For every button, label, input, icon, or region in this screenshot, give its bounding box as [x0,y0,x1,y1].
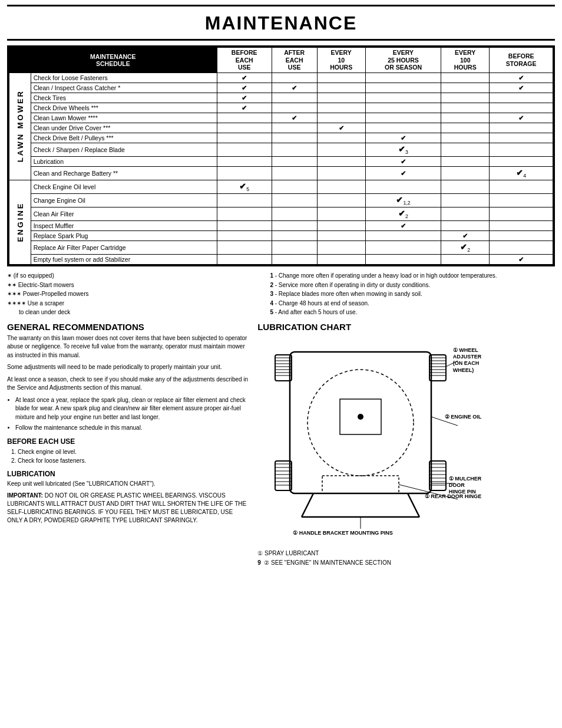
schedule-table: MAINTENANCE SCHEDULE BEFOREEACHUSE AFTER… [9,47,553,265]
label-handle-bracket: ① HANDLE BRACKET MOUNTING PINS [293,530,393,536]
svg-rect-0 [290,352,431,493]
section-label-lawnmower: LAWN MOWER [9,73,31,180]
important-text: IMPORTANT: DO NOT OIL OR GREASE PLASTIC … [7,492,248,525]
col-after-each: AFTEREACHUSE [272,48,317,73]
col-every10: EVERY10HOURS [317,48,365,73]
svg-point-39 [358,414,363,420]
label-rear-door: ① REAR DOOR HINGE [425,493,482,500]
col-before-storage: BEFORESTORAGE [490,48,553,73]
col-every25: EVERY25 HOURSOR SEASON [365,48,441,73]
lubrication-text: Keep unit well lubricated (See "LUBRICAT… [7,480,248,489]
table-row: Lubrication ✔ [9,156,553,166]
table-row: Check Drive Wheels *** ✔ [9,103,553,113]
col-before-each: BEFOREEACHUSE [217,48,272,73]
page-title: MAINTENANCE [7,5,555,41]
footnotes: ✶ (if so equipped) ✶✶ Electric-Start mow… [7,271,555,317]
svg-rect-37 [322,476,399,493]
table-row: Inspect Muffler ✔ [9,221,553,231]
before-each-use-heading: BEFORE EACH USE [7,437,248,446]
table-row: Clean / Inspect Grass Catcher * ✔ ✔ ✔ [9,83,553,93]
lub-chart-heading: LUBRICATION CHART [257,322,555,332]
table-row: Check / Sharpen / Replace Blade ✔3 [9,143,553,156]
label-engine-oil: ② ENGINE OIL [445,414,482,420]
col-every100: EVERY100HOURS [441,48,490,73]
section-label-engine: ENGINE [9,180,31,264]
footnotes-right: 1 - Change more often if operating under… [270,271,555,317]
schedule-heading: MAINTENANCE SCHEDULE [9,48,217,73]
lub-note-2: 9 ② SEE "ENGINE" IN MAINTENANCE SECTION [257,558,555,568]
lub-bottom-notes: ① SPRAY LUBRICANT 9 ② SEE "ENGINE" IN MA… [257,549,555,568]
main-content: MAINTENANCE SCHEDULE BEFOREEACHUSE AFTER… [0,45,562,568]
item-check-loose-fasteners: Check for Loose Fasteners [31,73,217,83]
table-row: Check Drive Belt / Pulleys *** ✔ [9,133,553,143]
table-row: ENGINE Check Engine Oil level ✔5 [9,180,553,193]
svg-point-1 [308,370,414,476]
svg-line-34 [302,493,313,517]
lub-diagram: ① WHEELADJUSTER(ON EACHWHEEL) ② ENGINE O… [257,334,481,546]
table-row: Change Engine Oil ✔1,2 [9,194,553,207]
left-column: GENERAL RECOMMENDATIONS The warranty on … [7,322,248,568]
label-wheel-adjuster: ① WHEELADJUSTER(ON EACHWHEEL) [453,347,482,374]
table-row: Empty fuel system or add Stabilizer ✔ [9,255,553,265]
table-row: Clean and Recharge Battery ** ✔ ✔4 [9,166,553,180]
svg-line-35 [408,493,419,517]
lub-note-1: ① SPRAY LUBRICANT [257,549,555,558]
two-col-section: GENERAL RECOMMENDATIONS The warranty on … [7,322,555,568]
general-rec-heading: GENERAL RECOMMENDATIONS [7,322,248,332]
right-column: LUBRICATION CHART [257,322,555,568]
table-row: Replace Spark Plug ✔ [9,231,553,241]
footnotes-left: ✶ (if so equipped) ✶✶ Electric-Start mow… [7,271,270,317]
before-each-use-list: Check engine oil level. Check for loose … [18,447,248,465]
table-row: Clean Lawn Mower **** ✔ ✔ [9,113,553,123]
table-row: Check Tires ✔ [9,93,553,103]
label-mulcher-door: ① MULCHERDOORHINGE PIN [449,476,482,496]
general-rec-para2: Some adjustments will need to be made pe… [7,363,248,372]
table-row: LAWN MOWER Check for Loose Fasteners ✔ ✔ [9,73,553,83]
general-rec-para3: At least once a season, check to see if … [7,375,248,393]
general-rec-para1: The warranty on this lawn mower does not… [7,334,248,360]
table-row: Replace Air Filter Paper Cartridge ✔2 [9,241,553,255]
general-rec-bullets: At least once a year, replace the spark … [15,396,248,433]
lubrication-heading: LUBRICATION [7,470,248,478]
table-row: Clean Air Filter ✔2 [9,207,553,221]
lub-svg [257,334,481,546]
table-row: Clean under Drive Cover *** ✔ [9,123,553,133]
schedule-table-wrapper: MAINTENANCE SCHEDULE BEFOREEACHUSE AFTER… [7,45,555,266]
